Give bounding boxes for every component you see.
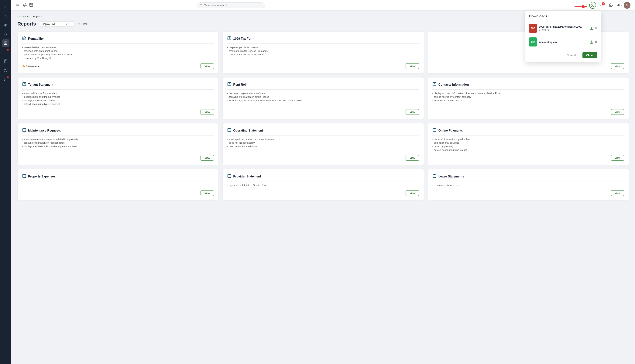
svg-rect-19 <box>30 4 33 6</box>
card-title-payments: Online Payments <box>438 129 463 132</box>
download-size-pdf: 149.94 KB <box>539 28 587 31</box>
card-title-maintenance: Maintenance Requests <box>28 129 61 132</box>
download-info-pdf: 1099TaxForm2022MaryHill28Nov2023 149.94 … <box>539 25 587 31</box>
card-online-payments: Online Payments - tracks all transaction… <box>428 123 629 165</box>
clear-all-button[interactable]: Clear all <box>562 52 580 58</box>
svg-marker-44 <box>434 82 435 83</box>
svg-marker-27 <box>22 36 26 38</box>
card-icon-provider <box>227 174 231 179</box>
close-pdf-item[interactable]: ✕ <box>595 26 597 30</box>
red-arrow-indicator <box>574 4 590 10</box>
display-select[interactable]: All Accounting <box>51 22 68 26</box>
download-item-pdf: PDF 1099TaxForm2022MaryHill28Nov2023 149… <box>529 21 597 35</box>
svg-point-23 <box>200 4 202 6</box>
svg-point-26 <box>610 5 612 6</box>
downloads-footer: Clear all Close <box>529 52 597 58</box>
card-property-expenses: Property Expenses View <box>18 169 219 200</box>
sidebar-icon-documents[interactable] <box>2 58 10 65</box>
sidebar-icon-contacts[interactable]: ◉ <box>2 21 10 29</box>
hamburger-menu[interactable] <box>16 3 20 8</box>
sidebar-icon-tasks[interactable] <box>2 48 10 56</box>
sidebar-icon-grid[interactable]: ⊞ <box>2 3 10 10</box>
card-body-contacts: - displays contact information of tenant… <box>432 92 624 106</box>
calendar-icon[interactable] <box>29 3 33 8</box>
notifications-button[interactable]: 2 <box>598 2 605 9</box>
user-name: Mike <box>616 4 622 7</box>
search-bar[interactable] <box>197 2 265 8</box>
close-csv-item[interactable]: ✕ <box>595 40 597 44</box>
user-avatar: M <box>624 2 630 9</box>
view-button-contacts[interactable]: View <box>611 109 624 115</box>
svg-marker-52 <box>24 174 25 175</box>
close-panel-button[interactable]: Close <box>582 52 597 58</box>
sidebar-icon-home[interactable]: ⌂ <box>2 12 10 20</box>
card-title-lease: Lease Statements <box>438 175 464 178</box>
view-button-provider[interactable]: View <box>406 190 419 196</box>
sidebar-icon-reports[interactable] <box>2 39 10 47</box>
card-icon-tenant <box>22 82 26 87</box>
downloads-panel: Downloads PDF 1099TaxForm2022MaryHill28N… <box>526 10 601 62</box>
view-button-maintenance[interactable]: View <box>200 155 214 161</box>
sidebar-icon-messages[interactable] <box>2 76 10 83</box>
card-body-rentability: - makes detailed rent estimates - provid… <box>22 46 214 60</box>
search-input[interactable] <box>204 4 262 7</box>
view-button-tax-form[interactable]: View <box>406 63 419 69</box>
card-icon-expenses <box>22 174 26 179</box>
card-body-expenses <box>22 184 214 186</box>
view-button-operating[interactable]: View <box>406 155 419 161</box>
view-button-expenses[interactable]: View <box>200 190 214 196</box>
download-arrow-csv[interactable] <box>590 40 593 44</box>
card-title-rent-roll: Rent Roll <box>233 83 246 86</box>
breadcrumb-dashboard[interactable]: Dashboard <box>18 15 30 18</box>
display-filter[interactable]: Display All Accounting <box>39 21 74 27</box>
card-title-tax-form: 1099 Tax Form <box>233 37 254 40</box>
bullet-tax-2: - creates forms for Service Pros and... <box>227 50 419 52</box>
messages-badge <box>7 76 9 78</box>
download-button[interactable] <box>589 2 596 9</box>
page-title: Reports <box>18 21 36 27</box>
user-area[interactable]: Mike M <box>616 2 630 9</box>
bullet-tax-3: - sends digital copies to recipients <box>227 53 419 56</box>
card-icon-contacts <box>432 82 436 87</box>
card-rentability: Rentability - makes detailed rent estima… <box>18 31 219 74</box>
view-button-payments[interactable]: View <box>611 155 624 161</box>
bullet-rentability-3: - gives insight for property investment … <box>22 53 214 56</box>
bullet-rentability-4: - powered by RentRange® <box>22 57 214 60</box>
card-icon-maintenance <box>22 128 26 133</box>
view-button-lease[interactable]: View <box>611 190 624 196</box>
card-rent-roll: Rent Roll - the report is generated as o… <box>222 77 424 120</box>
svg-rect-47 <box>228 128 231 132</box>
view-button-placeholder[interactable]: View <box>611 63 624 69</box>
view-button-rentability[interactable]: View <box>200 63 214 69</box>
settings-button[interactable] <box>608 2 614 9</box>
view-button-tenant[interactable]: View <box>200 109 214 115</box>
content-area: Dashboard / Reports Reports Display All … <box>11 10 635 364</box>
card-icon-operating <box>227 128 231 133</box>
card-body-provider: - payments related to a Service Pro... <box>227 184 419 186</box>
card-operating-statement: Operating Statement - shows paid income … <box>222 123 424 165</box>
notification-bell-icon[interactable] <box>23 3 27 8</box>
chevron-down-icon <box>69 23 72 25</box>
svg-rect-55 <box>433 174 436 178</box>
view-button-rent-roll[interactable]: View <box>406 109 419 115</box>
card-title-provider: Provider Statement <box>233 175 261 178</box>
file-icon-csv: CSV <box>529 38 537 46</box>
display-label: Display <box>42 22 50 26</box>
card-tax-form: 1099 Tax Form - prepares you for tax sea… <box>222 31 424 74</box>
card-body-operating: - shows paid income and expense invoices… <box>227 138 419 152</box>
svg-marker-56 <box>434 174 435 175</box>
card-body-lease: - a complete list of leases... <box>432 184 624 186</box>
svg-marker-48 <box>229 128 230 129</box>
card-title-expenses: Property Expenses <box>28 175 56 178</box>
download-arrow-pdf[interactable] <box>590 26 593 30</box>
sidebar-icon-support[interactable] <box>2 66 10 74</box>
svg-marker-32 <box>229 36 230 37</box>
bullet-rentability-1: - makes detailed rent estimates <box>22 46 214 49</box>
download-info-csv: Accounting.csv <box>539 41 587 44</box>
card-body-tenant: - shows all income from tenants - includ… <box>22 92 214 106</box>
card-contacts-info: Contacts Information - displays contact … <box>428 77 629 120</box>
download-filename-csv: Accounting.csv <box>539 41 587 44</box>
sidebar-icon-people[interactable] <box>2 30 10 38</box>
svg-rect-51 <box>23 174 26 178</box>
svg-marker-37 <box>24 82 25 83</box>
